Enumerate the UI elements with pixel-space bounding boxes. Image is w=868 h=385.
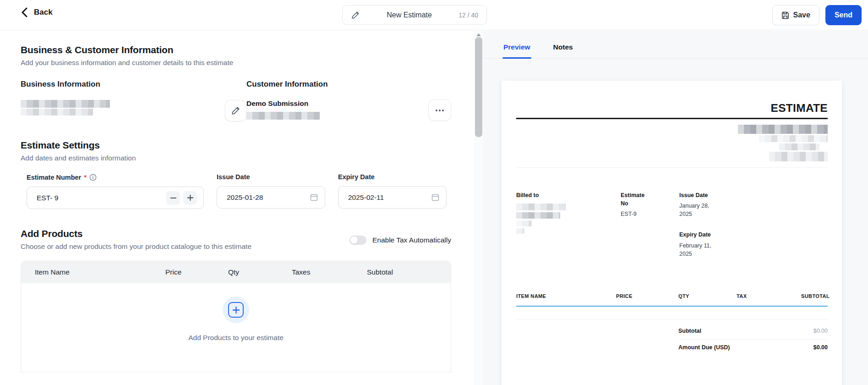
save-icon bbox=[781, 11, 789, 19]
business-information-block: Business Information bbox=[21, 80, 246, 121]
calendar-icon bbox=[310, 193, 318, 202]
required-asterisk: * bbox=[84, 173, 87, 181]
preview-panel: Preview Notes ESTIMATE Billed to bbox=[483, 31, 868, 385]
toggle-knob bbox=[350, 236, 358, 244]
customer-information-title: Customer Information bbox=[246, 80, 451, 89]
column-header: SUBTOTAL bbox=[801, 293, 830, 299]
redacted-text-line bbox=[759, 135, 828, 142]
estimate-no-value: EST-9 bbox=[621, 210, 679, 218]
products-table-header: Item Name Price Qty Taxes Subtotal bbox=[21, 261, 451, 283]
billed-to-label: Billed to bbox=[516, 191, 621, 199]
document-title: ESTIMATE bbox=[516, 102, 828, 115]
redacted-text-line bbox=[516, 220, 532, 226]
calendar-icon bbox=[431, 193, 440, 202]
edit-business-button[interactable] bbox=[225, 100, 246, 121]
expiry-date-block: Expiry Date February 11, 2025 bbox=[679, 231, 828, 258]
products-table: Item Name Price Qty Taxes Subtotal Add P… bbox=[21, 261, 451, 372]
plus-icon bbox=[187, 195, 193, 201]
tab-notes[interactable]: Notes bbox=[552, 31, 574, 58]
pencil-icon bbox=[231, 106, 240, 116]
tax-toggle[interactable] bbox=[349, 236, 366, 245]
column-header: ITEM NAME bbox=[516, 293, 616, 299]
title-char-counter: 12 / 40 bbox=[459, 11, 478, 19]
redacted-text-line bbox=[769, 152, 828, 161]
section-subtitle: Add your business information and custom… bbox=[21, 59, 451, 67]
expiry-date-value: February 11, 2025 bbox=[679, 242, 721, 258]
products-empty-state: Add Products to your estimate bbox=[21, 283, 451, 372]
column-header: PRICE bbox=[616, 293, 678, 299]
scrollbar-thumb[interactable] bbox=[475, 37, 482, 137]
editor-panel: Business & Customer Information Add your… bbox=[0, 31, 474, 385]
plus-square-icon bbox=[228, 302, 244, 318]
redacted-text-line bbox=[246, 112, 320, 120]
column-header: Item Name bbox=[21, 268, 165, 276]
expiry-date-value: 2025-02-11 bbox=[348, 193, 384, 202]
pencil-icon bbox=[351, 11, 360, 20]
document-table-header: ITEM NAME PRICE QTY TAX SUBTOTAL bbox=[516, 293, 828, 299]
column-header: Price bbox=[165, 268, 228, 276]
customer-name: Demo Submission bbox=[246, 99, 320, 108]
estimate-title-value: New Estimate bbox=[360, 11, 459, 19]
save-button[interactable]: Save bbox=[772, 5, 819, 25]
minus-icon bbox=[170, 198, 176, 198]
column-header: Subtotal bbox=[367, 268, 451, 276]
estimate-number-input[interactable]: EST- 9 bbox=[27, 187, 204, 209]
redacted-text-line bbox=[21, 109, 93, 116]
document-divider bbox=[516, 167, 828, 168]
estimate-editor-page: Back New Estimate 12 / 40 Save Send Busi… bbox=[0, 0, 868, 385]
redacted-text-line bbox=[516, 228, 524, 234]
redacted-text-line bbox=[516, 204, 566, 210]
issue-date-input[interactable]: 2025-01-28 bbox=[217, 186, 325, 209]
column-header: Taxes bbox=[292, 268, 367, 276]
customer-options-button[interactable] bbox=[428, 99, 451, 121]
expiry-date-label: Expiry Date bbox=[679, 231, 828, 239]
send-button[interactable]: Send bbox=[825, 5, 862, 25]
redacted-text-line bbox=[779, 143, 819, 150]
amount-due-label: Amount Due (USD) bbox=[678, 344, 730, 351]
increment-button[interactable] bbox=[183, 191, 197, 205]
table-accent-rule bbox=[516, 306, 828, 307]
estimate-title-input[interactable]: New Estimate 12 / 40 bbox=[342, 5, 487, 25]
ellipsis-icon bbox=[435, 109, 444, 112]
billed-to-redacted bbox=[516, 204, 621, 234]
tab-preview[interactable]: Preview bbox=[502, 31, 531, 58]
scroll-up-arrow-icon[interactable] bbox=[476, 33, 481, 36]
amount-due-value: $0.00 bbox=[813, 344, 828, 351]
top-bar: Back New Estimate 12 / 40 Save Send bbox=[0, 0, 868, 30]
column-header: Qty bbox=[228, 268, 292, 276]
issue-date-label: Issue Date bbox=[217, 173, 250, 181]
topbar-actions: Save Send bbox=[772, 5, 862, 25]
business-information-title: Business Information bbox=[21, 80, 246, 89]
estimate-preview-document: ESTIMATE Billed to bbox=[502, 81, 842, 385]
preview-tabs: Preview Notes bbox=[483, 31, 868, 59]
section-title: Estimate Settings bbox=[21, 140, 451, 151]
info-icon[interactable] bbox=[89, 174, 97, 181]
add-product-button[interactable] bbox=[223, 297, 249, 323]
add-products-cta: Add Products to your estimate bbox=[188, 334, 284, 342]
business-info-redacted bbox=[21, 100, 110, 116]
business-info-redacted bbox=[516, 125, 828, 161]
issue-date-label: Issue Date bbox=[679, 191, 828, 199]
decrement-button[interactable] bbox=[166, 191, 180, 205]
customer-information-block: Customer Information Demo Submission bbox=[246, 80, 451, 121]
column-header: TAX bbox=[737, 293, 801, 299]
expiry-date-field: Expiry Date 2025-02-11 bbox=[338, 173, 447, 209]
tax-toggle-label: Enable Tax Automatically bbox=[372, 236, 451, 244]
section-title: Business & Customer Information bbox=[21, 44, 451, 55]
issue-date-value: 2025-01-28 bbox=[227, 193, 263, 202]
back-label: Back bbox=[34, 8, 53, 17]
column-header: QTY bbox=[678, 293, 737, 299]
document-meta: Billed to Estimate No EST-9 Issue Date bbox=[516, 191, 828, 258]
subtotal-label: Subtotal bbox=[678, 328, 701, 334]
document-rule bbox=[516, 118, 828, 119]
section-subtitle: Add dates and estimates information bbox=[21, 154, 451, 162]
add-products-section: Add Products Choose or add new products … bbox=[21, 228, 451, 372]
save-label: Save bbox=[793, 11, 810, 19]
estimate-no-label: Estimate No bbox=[621, 191, 649, 208]
back-button[interactable]: Back bbox=[20, 7, 53, 18]
issue-date-field: Issue Date 2025-01-28 bbox=[217, 173, 325, 209]
subtotal-value: $0.00 bbox=[813, 328, 828, 334]
expiry-date-input[interactable]: 2025-02-11 bbox=[338, 186, 447, 209]
redacted-text-line bbox=[21, 100, 110, 108]
vertical-scrollbar[interactable] bbox=[474, 31, 483, 385]
